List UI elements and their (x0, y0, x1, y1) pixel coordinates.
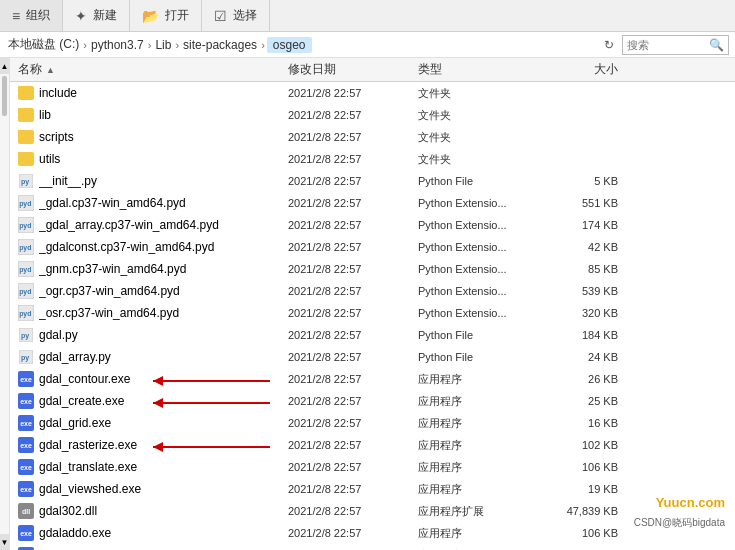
pyd-file-icon: pyd (18, 239, 34, 255)
table-row[interactable]: exe gdalbuildvrt.exe 2021/2/8 22:57 应用程序… (10, 544, 735, 550)
sidebar-scrollbar[interactable]: ▲ ▼ (0, 58, 10, 550)
cell-name: exe gdal_create.exe (18, 393, 288, 409)
exe-file-icon: exe (18, 415, 34, 431)
cell-date: 2021/2/8 22:57 (288, 153, 418, 165)
cell-name: exe gdal_contour.exe (18, 371, 288, 387)
table-row[interactable]: py gdal.py 2021/2/8 22:57 Python File 18… (10, 324, 735, 346)
cell-name: pyd _gnm.cp37-win_amd64.pyd (18, 261, 288, 277)
python-file-icon: py (18, 349, 34, 365)
scroll-thumb[interactable] (2, 76, 7, 116)
table-row[interactable]: dll gdal302.dll 2021/2/8 22:57 应用程序扩展 47… (10, 500, 735, 522)
cell-type: Python Extensio... (418, 197, 538, 209)
cell-type: 文件夹 (418, 86, 538, 101)
cell-size: 174 KB (538, 219, 618, 231)
pyd-file-icon: pyd (18, 305, 34, 321)
breadcrumb-item-0[interactable]: 本地磁盘 (C:) (6, 36, 81, 53)
open-icon: 📂 (142, 8, 159, 24)
cell-type: 应用程序 (418, 460, 538, 475)
scroll-up[interactable]: ▲ (0, 58, 9, 74)
col-type-header[interactable]: 类型 (418, 61, 538, 78)
cell-date: 2021/2/8 22:57 (288, 109, 418, 121)
cell-type: Python File (418, 351, 538, 363)
cell-name: pyd _ogr.cp37-win_amd64.pyd (18, 283, 288, 299)
pyd-file-icon: pyd (18, 195, 34, 211)
cell-size: 26 KB (538, 373, 618, 385)
cell-name: py gdal.py (18, 327, 288, 343)
breadcrumb-sep-2: › (173, 39, 181, 51)
cell-type: 应用程序 (418, 482, 538, 497)
toolbar-section-select[interactable]: ☑ 选择 (202, 0, 270, 31)
file-name-text: _ogr.cp37-win_amd64.pyd (39, 284, 180, 298)
pyd-file-icon: pyd (18, 261, 34, 277)
breadcrumb-current[interactable]: osgeo (267, 37, 312, 53)
cell-size: 539 KB (538, 285, 618, 297)
cell-name: include (18, 86, 288, 100)
file-table: 名称 ▲ 修改日期 类型 大小 include 2021/2/8 22:57 文… (10, 58, 735, 550)
table-row[interactable]: exe gdal_viewshed.exe 2021/2/8 22:57 应用程… (10, 478, 735, 500)
toolbar-section-new[interactable]: ✦ 新建 (63, 0, 130, 31)
col-date-header[interactable]: 修改日期 (288, 61, 418, 78)
cell-type: 应用程序扩展 (418, 504, 538, 519)
table-row[interactable]: pyd _osr.cp37-win_amd64.pyd 2021/2/8 22:… (10, 302, 735, 324)
table-row[interactable]: exe gdal_create.exe 2021/2/8 22:57 应用程序 … (10, 390, 735, 412)
file-name-text: gdal_translate.exe (39, 460, 137, 474)
file-rows: include 2021/2/8 22:57 文件夹 lib 2021/2/8 … (10, 82, 735, 550)
cell-type: 应用程序 (418, 394, 538, 409)
col-name-header[interactable]: 名称 ▲ (18, 61, 288, 78)
folder-icon (18, 152, 34, 166)
cell-date: 2021/2/8 22:57 (288, 351, 418, 363)
cell-date: 2021/2/8 22:57 (288, 527, 418, 539)
cell-name: exe gdal_rasterize.exe (18, 437, 288, 453)
exe-file-icon: exe (18, 525, 34, 541)
exe-file-icon: exe (18, 393, 34, 409)
table-row[interactable]: pyd _ogr.cp37-win_amd64.pyd 2021/2/8 22:… (10, 280, 735, 302)
breadcrumb-item-2[interactable]: Lib (153, 38, 173, 52)
table-row[interactable]: scripts 2021/2/8 22:57 文件夹 (10, 126, 735, 148)
search-input[interactable] (627, 39, 707, 51)
table-row[interactable]: pyd _gnm.cp37-win_amd64.pyd 2021/2/8 22:… (10, 258, 735, 280)
svg-text:pyd: pyd (19, 222, 31, 230)
cell-date: 2021/2/8 22:57 (288, 285, 418, 297)
top-toolbar: ≡ 组织 ✦ 新建 📂 打开 ☑ 选择 (0, 0, 735, 32)
cell-size: 184 KB (538, 329, 618, 341)
breadcrumb-item-3[interactable]: site-packages (181, 38, 259, 52)
new-label: 新建 (93, 7, 117, 24)
cell-date: 2021/2/8 22:57 (288, 505, 418, 517)
open-label: 打开 (165, 7, 189, 24)
cell-size: 19 KB (538, 483, 618, 495)
table-row[interactable]: py __init__.py 2021/2/8 22:57 Python Fil… (10, 170, 735, 192)
cell-name: pyd _gdal_array.cp37-win_amd64.pyd (18, 217, 288, 233)
file-name-text: gdal_create.exe (39, 394, 124, 408)
table-row[interactable]: exe gdal_rasterize.exe 2021/2/8 22:57 应用… (10, 434, 735, 456)
table-row[interactable]: pyd _gdalconst.cp37-win_amd64.pyd 2021/2… (10, 236, 735, 258)
toolbar-section-organize[interactable]: ≡ 组织 (0, 0, 63, 31)
table-row[interactable]: exe gdal_grid.exe 2021/2/8 22:57 应用程序 16… (10, 412, 735, 434)
table-row[interactable]: pyd _gdal_array.cp37-win_amd64.pyd 2021/… (10, 214, 735, 236)
table-row[interactable]: exe gdal_contour.exe 2021/2/8 22:57 应用程序… (10, 368, 735, 390)
cell-size: 5 KB (538, 175, 618, 187)
cell-name: pyd _gdalconst.cp37-win_amd64.pyd (18, 239, 288, 255)
table-row[interactable]: exe gdal_translate.exe 2021/2/8 22:57 应用… (10, 456, 735, 478)
col-size-header[interactable]: 大小 (538, 61, 618, 78)
refresh-button[interactable]: ↻ (600, 36, 618, 54)
cell-size: 320 KB (538, 307, 618, 319)
cell-type: Python Extensio... (418, 307, 538, 319)
table-row[interactable]: exe gdaladdo.exe 2021/2/8 22:57 应用程序 106… (10, 522, 735, 544)
table-row[interactable]: py gdal_array.py 2021/2/8 22:57 Python F… (10, 346, 735, 368)
toolbar-section-open[interactable]: 📂 打开 (130, 0, 202, 31)
breadcrumb-item-1[interactable]: python3.7 (89, 38, 146, 52)
file-name-text: utils (39, 152, 60, 166)
table-row[interactable]: pyd _gdal.cp37-win_amd64.pyd 2021/2/8 22… (10, 192, 735, 214)
cell-date: 2021/2/8 22:57 (288, 87, 418, 99)
scroll-down[interactable]: ▼ (0, 534, 9, 550)
table-row[interactable]: include 2021/2/8 22:57 文件夹 (10, 82, 735, 104)
table-row[interactable]: lib 2021/2/8 22:57 文件夹 (10, 104, 735, 126)
file-name-text: scripts (39, 130, 74, 144)
folder-icon (18, 130, 34, 144)
cell-type: 应用程序 (418, 372, 538, 387)
table-row[interactable]: utils 2021/2/8 22:57 文件夹 (10, 148, 735, 170)
folder-icon (18, 108, 34, 122)
file-name-text: gdal_rasterize.exe (39, 438, 137, 452)
cell-name: py __init__.py (18, 173, 288, 189)
exe-file-icon: exe (18, 371, 34, 387)
